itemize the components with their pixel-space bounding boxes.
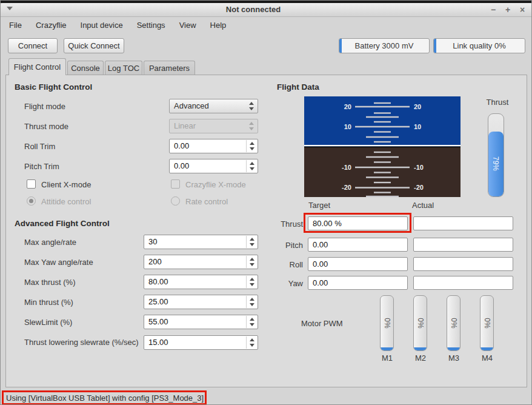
slewlimit-spinbox[interactable]: 55.00: [144, 315, 258, 329]
max-angle-rate-value: 30: [148, 237, 157, 246]
actual-column-header: Actual: [412, 198, 434, 212]
flight-mode-label: Flight mode: [24, 99, 65, 113]
link-quality-indicator: Link quality 0%: [433, 38, 525, 53]
motor-m2-fill: [414, 347, 427, 350]
client-xmode-checkbox[interactable]: [27, 179, 36, 189]
artificial-horizon: 20 20 10 10 -10 -10 -20 -20: [304, 96, 461, 197]
motor-m1-gauge: 0%: [380, 295, 394, 351]
spin-arrows-icon[interactable]: [246, 296, 257, 308]
pitch-label-20-left: 20: [344, 103, 351, 110]
max-thrust-value: 80.00: [148, 277, 168, 286]
menu-input-device[interactable]: Input device: [81, 21, 123, 30]
max-thrust-spinbox[interactable]: 80.00: [144, 275, 258, 289]
min-thrust-spinbox[interactable]: 25.00: [144, 295, 258, 309]
window-title: Not connected: [1, 5, 506, 14]
combo-arrows-icon: [246, 120, 257, 132]
tab-console[interactable]: Console: [67, 61, 104, 75]
pitch-label-10-right: 10: [414, 123, 421, 130]
pitch-label-m10-right: -10: [414, 164, 424, 171]
motor-m3-label: M3: [444, 353, 464, 363]
pitch-row-label: Pitch: [279, 238, 305, 252]
annotation-box-status: Using [VirtualBox USB Tablet] with confi…: [2, 390, 207, 405]
combo-arrows-icon[interactable]: [246, 100, 257, 112]
flight-control-pane: Basic Flight Control Flight mode Advance…: [5, 75, 527, 387]
battery-indicator: Battery 3000 mV: [339, 38, 430, 53]
pitch-label-m20-left: -20: [342, 184, 351, 191]
max-angle-rate-label: Max angle/rate: [24, 235, 76, 249]
input-device-status: Using [VirtualBox USB Tablet] with confi…: [6, 393, 204, 403]
connect-button[interactable]: Connect: [8, 38, 58, 53]
minimize-button[interactable]: −: [488, 5, 499, 16]
basic-flight-control-heading: Basic Flight Control: [15, 82, 92, 92]
motor-pwm-label: Motor PWM: [301, 316, 343, 330]
roll-trim-value: 0.00: [174, 141, 189, 150]
pitch-trim-label: Pitch Trim: [24, 159, 59, 173]
pitch-trim-spinbox[interactable]: 0.00: [169, 159, 258, 173]
close-button[interactable]: ×: [517, 5, 528, 16]
spin-arrows-icon[interactable]: [246, 276, 257, 288]
max-yaw-angle-rate-spinbox[interactable]: 200: [144, 255, 258, 269]
tab-flight-control[interactable]: Flight Control: [8, 58, 66, 75]
thrust-lowering-slewrate-spinbox[interactable]: 15.00: [144, 335, 258, 350]
min-thrust-value: 25.00: [148, 297, 168, 306]
motor-m4-gauge: 0%: [480, 295, 494, 351]
spin-arrows-icon[interactable]: [246, 336, 257, 349]
thrust-mode-combobox: Linear: [169, 119, 258, 133]
max-yaw-angle-rate-value: 200: [148, 257, 162, 266]
link-quality-label: Link quality 0%: [453, 41, 505, 50]
motor-m4-value: 0%: [483, 318, 491, 328]
roll-trim-spinbox[interactable]: 0.00: [169, 139, 258, 153]
thrust-gauge-label: Thrust: [480, 95, 514, 109]
roll-row-label: Roll: [279, 257, 305, 272]
motor-m2-gauge: 0%: [413, 295, 427, 351]
attitude-control-label: Attitide control: [41, 194, 91, 209]
motor-m1-fill: [381, 347, 393, 350]
flight-mode-combobox[interactable]: Advanced: [169, 99, 258, 113]
motor-m1-value: 0%: [383, 318, 391, 328]
motor-m3-value: 0%: [450, 318, 458, 328]
spin-arrows-icon[interactable]: [246, 316, 257, 328]
slewlimit-value: 55.00: [148, 317, 168, 326]
flight-mode-value: Advanced: [174, 101, 209, 110]
thrust-mode-value: Linear: [174, 121, 196, 130]
thrust-gauge-value: 79%: [492, 156, 500, 171]
pitch-trim-value: 0.00: [174, 161, 189, 170]
motor-m3-fill: [447, 347, 460, 350]
motor-m3-gauge: 0%: [447, 295, 461, 351]
pitch-label-10-left: 10: [344, 123, 351, 130]
target-column-header: Target: [308, 198, 330, 212]
spin-arrows-icon[interactable]: [246, 236, 257, 248]
menubar: File Crazyflie Input device Settings Vie…: [1, 17, 532, 33]
motor-m4-fill: [480, 347, 493, 350]
thrust-actual-readout: [413, 216, 513, 230]
slewlimit-label: SlewLimit (%): [24, 315, 72, 329]
app-window: Not connected − + × File Crazyflie Input…: [0, 0, 532, 405]
yaw-row-label: Yaw: [279, 276, 305, 290]
menu-crazyflie[interactable]: Crazyflie: [36, 21, 67, 30]
battery-progress-fill: [339, 39, 342, 53]
menu-view[interactable]: View: [179, 21, 196, 30]
roll-actual-readout: [413, 257, 513, 271]
rate-control-radio: [171, 196, 180, 206]
max-angle-rate-spinbox[interactable]: 30: [144, 235, 258, 249]
max-thrust-label: Max thrust (%): [24, 275, 76, 289]
spin-arrows-icon[interactable]: [246, 256, 257, 268]
maximize-button[interactable]: +: [502, 5, 513, 16]
thrust-target-readout: 80.00 %: [308, 216, 408, 230]
quick-connect-button[interactable]: Quick Connect: [64, 38, 124, 53]
menu-file[interactable]: File: [9, 21, 22, 30]
tab-log-toc[interactable]: Log TOC: [105, 61, 142, 75]
advanced-flight-control-heading: Advanced Flight Control: [15, 219, 110, 228]
radio-dot: [29, 199, 33, 203]
spin-arrows-icon[interactable]: [246, 160, 257, 172]
spin-arrows-icon[interactable]: [246, 140, 257, 152]
min-thrust-label: Min thrust (%): [24, 295, 73, 309]
yaw-actual-readout: [413, 276, 513, 290]
pitch-label-20-right: 20: [414, 103, 421, 110]
tab-parameters[interactable]: Parameters: [144, 61, 195, 75]
menu-help[interactable]: Help: [210, 21, 227, 30]
crazyflie-xmode-label: Crazyflie X-mode: [185, 177, 246, 192]
link-quality-progress-fill: [434, 39, 436, 53]
menu-settings[interactable]: Settings: [137, 21, 165, 30]
attitude-control-radio: [27, 196, 36, 206]
